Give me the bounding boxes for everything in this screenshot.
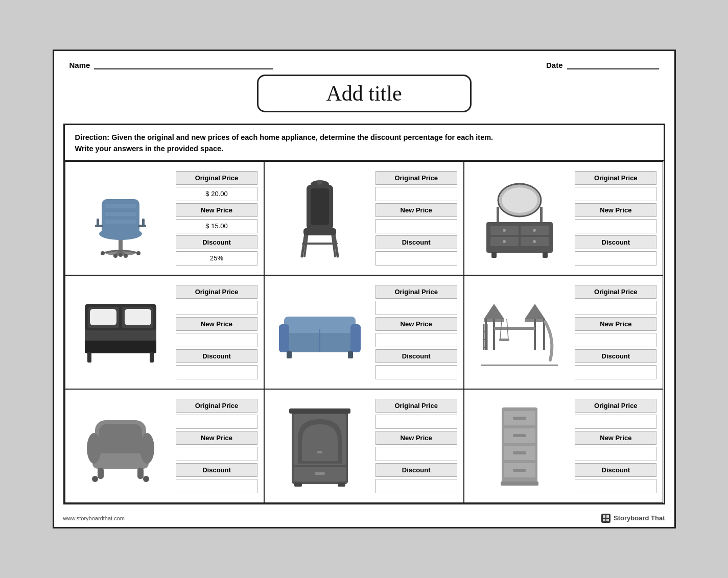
original-price-label-2: Original Price [375,171,457,185]
date-underline[interactable] [567,60,659,69]
original-price-label-4: Original Price [176,285,257,299]
svg-rect-92 [317,451,322,453]
storyboard-icon [600,513,612,524]
original-price-value-1[interactable]: $ 20.00 [176,187,257,201]
prices-dining-chair: Original Price New Price Discount [375,171,457,266]
discount-value-9[interactable] [575,479,656,493]
new-price-label-6: New Price [575,317,656,331]
cell-dining-chair: Original Price New Price Discount [264,161,464,275]
main-content-area: Direction: Given the original and new pr… [63,124,665,504]
image-armchair [72,407,170,484]
discount-value-3[interactable] [575,251,656,266]
svg-point-32 [502,187,537,213]
discount-value-4[interactable] [176,365,257,379]
brand-name: Storyboard That [614,514,665,522]
svg-rect-19 [97,219,99,227]
svg-marker-67 [525,304,545,319]
new-price-label-9: New Price [575,431,656,445]
discount-value-8[interactable] [375,479,457,493]
svg-point-41 [533,229,536,232]
discount-value-7[interactable] [176,479,257,493]
image-bed [72,299,170,365]
original-price-value-6[interactable] [575,301,656,315]
discount-value-6[interactable] [575,365,656,379]
date-label: Date [546,61,563,69]
original-price-value-5[interactable] [375,301,457,315]
new-price-value-5[interactable] [375,333,457,347]
new-price-value-7[interactable] [176,447,257,461]
svg-point-84 [140,433,154,464]
svg-rect-78 [499,339,509,341]
svg-rect-103 [513,451,526,454]
new-price-value-1[interactable]: $ 15.00 [176,219,257,233]
original-price-value-3[interactable] [575,187,656,201]
name-underline[interactable] [94,60,273,69]
svg-point-42 [503,240,506,243]
discount-value-5[interactable] [375,365,457,379]
prices-sofa: Original Price New Price Discount [375,285,457,379]
svg-rect-53 [87,352,91,363]
svg-rect-14 [105,204,136,208]
original-price-value-8[interactable] [375,415,457,429]
svg-rect-105 [513,469,526,472]
svg-rect-50 [125,309,151,325]
original-price-value-4[interactable] [176,301,257,315]
footer: www.storyboardthat.com Storyboard That [54,510,674,527]
new-price-value-9[interactable] [575,447,656,461]
title-box[interactable]: Add title [257,75,472,112]
new-price-value-8[interactable] [375,447,457,461]
direction-text: Direction: Given the original and new pr… [65,125,664,161]
name-label: Name [69,61,90,69]
image-dining-chair [271,177,369,259]
cell-bed: Original Price New Price Discount [65,275,265,389]
discount-label-6: Discount [575,349,656,363]
image-sofa [271,304,369,360]
original-price-label-7: Original Price [176,399,257,413]
svg-rect-54 [150,352,154,363]
new-price-label-8: New Price [375,431,457,445]
prices-bed: Original Price New Price Discount [176,285,257,379]
discount-value-1[interactable]: 25% [176,251,257,266]
new-price-label-2: New Price [375,203,457,217]
prices-filing-cabinet: Original Price New Price Discount [575,399,656,493]
svg-rect-64 [493,319,495,350]
svg-rect-33 [497,207,499,222]
svg-point-7 [136,251,140,255]
image-office-chair [72,179,170,258]
new-price-value-4[interactable] [176,333,257,347]
storyboard-logo: Storyboard That [600,513,665,524]
prices-office-chair: Original Price $ 20.00 New Price $ 15.00… [176,171,257,266]
new-price-label-4: New Price [176,317,257,331]
svg-rect-34 [540,207,543,222]
new-price-value-6[interactable] [575,333,656,347]
cell-vanity-dresser: Original Price New Price Discount [464,161,664,275]
cell-sofa: Original Price New Price Discount [264,275,464,389]
cell-armchair: Original Price New Price Discount [65,389,265,503]
original-price-label-1: Original Price [176,171,257,185]
cell-office-chair: Original Price $ 20.00 New Price $ 15.00… [65,161,265,275]
prices-playground: Original Price New Price Discount [575,285,656,379]
svg-point-40 [503,229,506,232]
original-price-label-5: Original Price [375,285,457,299]
original-price-value-2[interactable] [375,187,457,201]
original-price-value-9[interactable] [575,415,656,429]
prices-vanity-dresser: Original Price New Price Discount [575,171,656,266]
svg-rect-68 [534,319,536,350]
new-price-value-3[interactable] [575,219,656,233]
svg-rect-58 [350,324,361,352]
svg-rect-49 [90,309,116,325]
new-price-value-2[interactable] [375,219,457,233]
cell-playground: Original Price New Price Discount [464,275,664,389]
image-playground [471,294,569,370]
svg-rect-81 [99,424,142,457]
svg-point-10 [119,253,123,257]
original-price-value-7[interactable] [176,415,257,429]
svg-point-83 [87,433,101,464]
svg-point-9 [124,254,128,258]
name-line: Name [69,60,273,69]
svg-rect-52 [85,330,156,341]
svg-rect-107 [601,514,610,523]
svg-rect-85 [98,468,104,479]
discount-value-2[interactable] [375,251,457,266]
svg-rect-96 [338,483,345,487]
